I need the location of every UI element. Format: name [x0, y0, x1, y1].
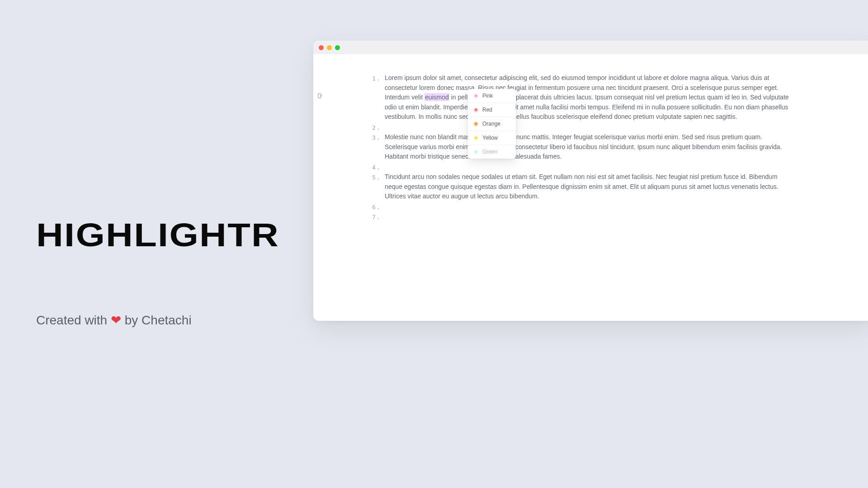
line-number: 2.: [372, 122, 385, 131]
color-label: Green: [482, 149, 497, 155]
line-number: 7.: [372, 212, 385, 221]
color-label: Yellow: [482, 135, 498, 141]
editor-line[interactable]: 3.Molestie nunc non blandit massa enim n…: [372, 132, 851, 162]
highlight-color-menu: PinkRedOrangeYellowGreen: [468, 89, 516, 159]
editor-line[interactable]: 6.: [372, 202, 851, 212]
app-window: 1.Lorem ipsum dolor sit amet, consectetu…: [313, 41, 868, 321]
line-text[interactable]: Molestie nunc non blandit massa enim nec…: [385, 132, 851, 162]
line-text[interactable]: [385, 122, 851, 132]
color-option-pink[interactable]: Pink: [468, 89, 516, 103]
editor-line[interactable]: 5.Tincidunt arcu non sodales neque sodal…: [372, 172, 851, 202]
credit-suffix: by Chetachi: [121, 313, 192, 327]
line-text[interactable]: Tincidunt arcu non sodales neque sodales…: [385, 172, 851, 202]
color-option-green[interactable]: Green: [468, 145, 516, 159]
line-text[interactable]: [385, 212, 851, 222]
editor-line[interactable]: 7.: [372, 212, 851, 222]
credit-line: Created with ❤ by Chetachi: [36, 313, 192, 328]
credit-prefix: Created with: [36, 313, 111, 327]
line-number: 6.: [372, 202, 385, 211]
svg-rect-0: [318, 94, 321, 98]
yellow-swatch-icon: [473, 136, 478, 141]
color-option-yellow[interactable]: Yellow: [468, 131, 516, 145]
line-text[interactable]: [385, 202, 851, 212]
line-text[interactable]: [385, 162, 851, 172]
editor-line[interactable]: 2.: [372, 122, 851, 132]
green-swatch-icon: [473, 150, 478, 155]
line-text[interactable]: Lorem ipsum dolor sit amet, consectetur …: [385, 73, 851, 122]
highlighted-text[interactable]: euismod: [425, 93, 449, 101]
editor-line[interactable]: 4.: [372, 162, 851, 172]
window-titlebar: [313, 41, 868, 54]
collapse-icon[interactable]: [317, 93, 323, 99]
brand-title: HIGHLIGHTR: [36, 216, 327, 253]
line-number: 1.: [372, 73, 385, 82]
line-number: 4.: [372, 162, 385, 171]
window-maximize-button[interactable]: [335, 45, 340, 50]
color-label: Orange: [482, 121, 500, 127]
editor-sidebar: [313, 54, 327, 321]
line-number: 5.: [372, 172, 385, 181]
color-option-red[interactable]: Red: [468, 103, 516, 117]
line-number: 3.: [372, 132, 385, 141]
orange-swatch-icon: [473, 122, 478, 127]
pink-swatch-icon: [473, 94, 478, 99]
window-close-button[interactable]: [319, 45, 324, 50]
editor-line[interactable]: 1.Lorem ipsum dolor sit amet, consectetu…: [372, 73, 851, 122]
editor-content[interactable]: 1.Lorem ipsum dolor sit amet, consectetu…: [327, 54, 868, 321]
window-minimize-button[interactable]: [327, 45, 332, 50]
red-swatch-icon: [473, 108, 478, 113]
heart-icon: ❤: [111, 313, 121, 327]
color-label: Red: [482, 107, 492, 113]
color-label: Pink: [482, 93, 493, 99]
color-option-orange[interactable]: Orange: [468, 117, 516, 131]
